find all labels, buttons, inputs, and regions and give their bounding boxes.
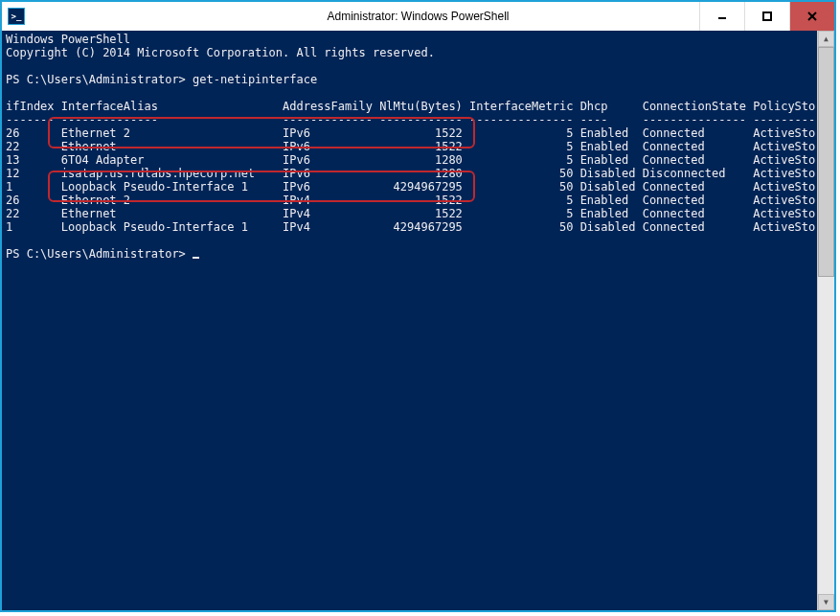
minimize-button[interactable] — [699, 2, 744, 31]
cursor — [193, 257, 199, 259]
prompt-path-2: PS C:\Users\Administrator> — [6, 247, 186, 261]
prompt-path: PS C:\Users\Administrator> — [6, 73, 186, 86]
header-line-2: Copyright (C) 2014 Microsoft Corporation… — [6, 46, 435, 59]
scroll-up-button[interactable]: ▲ — [818, 31, 834, 47]
title-bar[interactable]: >_ Administrator: Windows PowerShell — [2, 2, 834, 32]
window-buttons — [699, 2, 834, 31]
column-dashes-row: ------- -------------- ------------- ---… — [6, 113, 829, 126]
powershell-window: >_ Administrator: Windows PowerShell Win… — [0, 0, 836, 612]
vertical-scrollbar[interactable]: ▲ ▼ — [817, 31, 834, 610]
header-line-1: Windows PowerShell — [6, 33, 130, 46]
scroll-down-button[interactable]: ▼ — [818, 594, 834, 610]
maximize-button[interactable] — [744, 2, 789, 31]
terminal-output[interactable]: Windows PowerShell Copyright (C) 2014 Mi… — [2, 31, 834, 610]
scroll-thumb[interactable] — [818, 47, 834, 277]
data-rows: 26 Ethernet 2 IPv6 1522 5 Enabled Connec… — [6, 126, 829, 234]
column-header-row: ifIndex InterfaceAlias AddressFamily NlM… — [6, 100, 829, 113]
svg-rect-1 — [763, 12, 771, 20]
powershell-icon: >_ — [8, 8, 25, 25]
prompt-command: get-netipinterface — [193, 73, 317, 86]
close-button[interactable] — [789, 2, 834, 31]
